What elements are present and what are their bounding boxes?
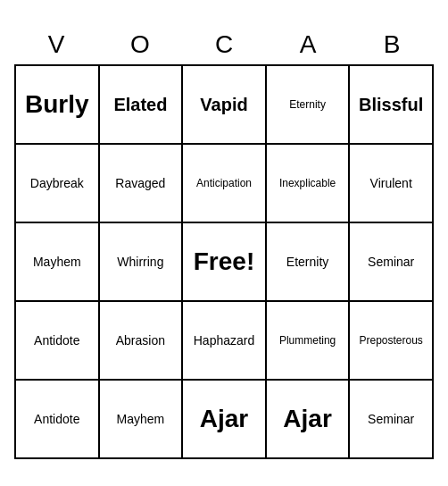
header-letter: O [98, 27, 182, 63]
header-letter: B [350, 27, 434, 63]
bingo-cell[interactable]: Daybreak [16, 145, 100, 223]
bingo-grid: BurlyElatedVapidEternityBlissfulDaybreak… [14, 64, 434, 459]
bingo-cell[interactable]: Seminar [350, 223, 434, 302]
bingo-cell[interactable]: Eternity [267, 66, 351, 145]
bingo-cell[interactable]: Virulent [350, 145, 434, 223]
cell-label: Ajar [200, 404, 248, 434]
header-row: VOCAB [14, 27, 434, 63]
cell-label: Virulent [370, 176, 412, 191]
cell-label: Antidote [34, 333, 79, 348]
bingo-cell[interactable]: Seminar [350, 381, 434, 459]
header-letter: A [266, 27, 350, 63]
bingo-cell[interactable]: Burly [16, 66, 100, 145]
bingo-cell[interactable]: Abrasion [100, 302, 184, 381]
bingo-cell[interactable]: Elated [100, 66, 184, 145]
header-letter: C [182, 27, 266, 63]
cell-label: Abrasion [116, 333, 165, 348]
bingo-cell[interactable]: Haphazard [183, 302, 267, 381]
cell-label: Burly [25, 89, 89, 120]
bingo-cell[interactable]: Antidote [16, 302, 100, 381]
cell-label: Vapid [200, 94, 247, 115]
cell-label: Eternity [289, 98, 326, 111]
bingo-cell[interactable]: Anticipation [183, 145, 267, 223]
bingo-cell[interactable]: Plummeting [267, 302, 351, 381]
cell-label: Ravaged [115, 176, 165, 191]
cell-label: Plummeting [279, 334, 336, 347]
cell-label: Mayhem [33, 255, 81, 270]
cell-label: Seminar [368, 255, 414, 270]
cell-label: Elated [113, 94, 167, 115]
header-letter: V [14, 27, 98, 63]
cell-label: Inexplicable [279, 177, 336, 189]
bingo-cell[interactable]: Vapid [183, 66, 267, 145]
cell-label: Ajar [283, 404, 331, 434]
cell-label: Blissful [359, 94, 423, 115]
bingo-cell[interactable]: Ajar [267, 381, 351, 459]
cell-label: Anticipation [196, 177, 252, 189]
cell-label: Preposterous [360, 334, 423, 347]
bingo-cell[interactable]: Eternity [267, 223, 351, 302]
cell-label: Antidote [34, 412, 79, 427]
bingo-cell[interactable]: Ravaged [100, 145, 184, 223]
bingo-cell[interactable]: Ajar [183, 381, 267, 459]
cell-label: Mayhem [117, 412, 165, 427]
cell-label: Seminar [368, 412, 414, 427]
cell-label: Free! [194, 247, 254, 277]
bingo-cell[interactable]: Inexplicable [267, 145, 351, 223]
cell-label: Whirring [117, 255, 163, 270]
bingo-cell[interactable]: Whirring [100, 223, 184, 302]
bingo-cell[interactable]: Preposterous [350, 302, 434, 381]
cell-label: Haphazard [194, 333, 255, 348]
bingo-cell[interactable]: Mayhem [16, 223, 100, 302]
bingo-cell[interactable]: Free! [183, 223, 267, 302]
bingo-cell[interactable]: Antidote [16, 381, 100, 459]
cell-label: Daybreak [30, 176, 84, 191]
bingo-cell[interactable]: Blissful [350, 66, 434, 145]
bingo-cell[interactable]: Mayhem [100, 381, 184, 459]
bingo-card: VOCAB BurlyElatedVapidEternityBlissfulDa… [14, 27, 434, 459]
cell-label: Eternity [286, 255, 328, 270]
